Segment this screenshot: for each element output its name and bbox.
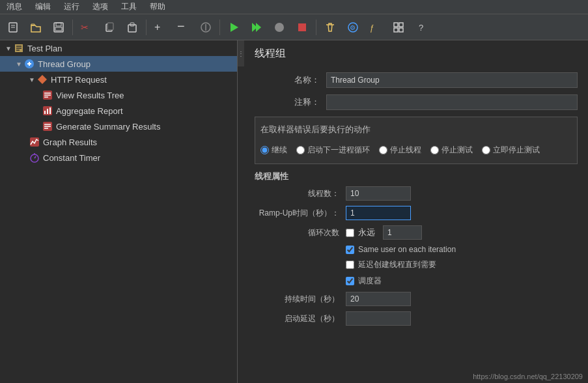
svg-rect-35 <box>47 109 48 114</box>
save-button[interactable] <box>48 17 69 38</box>
aggregatereport-icon <box>42 105 53 117</box>
radio-startloop-label: 启动下一进程循环 <box>307 145 370 156</box>
startdelay-row: 启动延迟（秒） <box>255 311 578 326</box>
open-button[interactable] <box>25 17 46 38</box>
name-input[interactable] <box>326 72 578 88</box>
rampup-input[interactable] <box>346 206 411 220</box>
radio-stopnow[interactable]: 立即停止测试 <box>482 145 540 156</box>
new-button[interactable] <box>3 17 23 38</box>
constanttimer-label: Constant Timer <box>43 153 100 163</box>
collapse-handle[interactable]: ⋮ <box>238 40 244 66</box>
pause-button[interactable] <box>269 17 290 38</box>
menu-bar: 消息 编辑 运行 选项 工具 帮助 <box>0 0 588 14</box>
svg-text:⚙: ⚙ <box>350 24 356 31</box>
svg-rect-8 <box>107 23 113 30</box>
generatesummary-icon <box>42 121 53 132</box>
svg-rect-19 <box>298 23 306 31</box>
threadgroup-label: Thread Group <box>38 59 91 69</box>
svg-text:?: ? <box>419 23 423 33</box>
loops-row: 循环次数 永远 <box>255 225 578 240</box>
menu-item-1[interactable]: 编辑 <box>33 0 53 14</box>
svg-text:✂: ✂ <box>81 22 89 33</box>
collapse-icon: ⋮ <box>238 50 244 57</box>
tree-item-generatesummary[interactable]: Generate Summary Results <box>0 119 237 134</box>
svg-text:+: + <box>154 21 160 33</box>
duration-label: 持续时间（秒） <box>255 294 339 305</box>
svg-rect-24 <box>399 23 403 27</box>
start-no-pause-button[interactable] <box>246 17 267 38</box>
graphresults-label: Graph Results <box>43 137 97 147</box>
arrow-testplan: ▼ <box>5 45 13 52</box>
scheduler-checkbox[interactable] <box>346 277 354 285</box>
tree-item-viewresults[interactable]: View Results Tree <box>0 87 237 103</box>
add-button[interactable]: + <box>150 17 171 38</box>
svg-rect-34 <box>44 111 46 114</box>
tree-item-constanttimer[interactable]: Constant Timer <box>0 150 237 165</box>
svg-rect-26 <box>399 28 403 32</box>
toolbar-sep-2 <box>146 20 147 35</box>
templates-button[interactable] <box>388 17 409 38</box>
left-panel: ▼ Test Plan ▼ Thread Group ▼ HTTP Reques… <box>0 40 238 383</box>
copy-button[interactable] <box>99 17 120 38</box>
radio-continue-label: 继续 <box>272 145 287 156</box>
duration-input[interactable] <box>346 292 411 306</box>
run-button[interactable] <box>223 17 244 38</box>
menu-item-3[interactable]: 选项 <box>90 0 111 14</box>
tree-item-graphresults[interactable]: Graph Results <box>0 134 237 150</box>
svg-marker-17 <box>256 23 261 32</box>
props-title: 线程属性 <box>255 171 578 182</box>
menu-item-2[interactable]: 运行 <box>61 0 82 14</box>
scheduler-row: 调度器 <box>255 276 578 287</box>
viewresults-icon <box>42 89 53 101</box>
radio-stopthread-label: 停止线程 <box>390 145 421 156</box>
loops-label: 循环次数 <box>255 227 339 238</box>
comment-label: 注释： <box>255 96 320 108</box>
tree-item-testplan[interactable]: ▼ Test Plan <box>0 40 237 56</box>
delay-checkbox[interactable] <box>346 261 354 269</box>
sameuser-checkbox[interactable] <box>346 246 354 254</box>
remote-run-button[interactable]: ⚙ <box>343 17 363 38</box>
clear-button[interactable] <box>320 17 341 38</box>
tree-item-aggregatereport[interactable]: Aggregate Report <box>0 103 237 119</box>
svg-rect-5 <box>55 27 62 31</box>
help-button[interactable]: ? <box>411 17 432 38</box>
name-label: 名称： <box>255 74 320 86</box>
radio-stoptest[interactable]: 停止测试 <box>430 145 473 156</box>
radio-stopnow-label: 立即停止测试 <box>493 145 540 156</box>
threads-input[interactable] <box>346 186 411 201</box>
threads-row: 线程数： <box>255 186 578 201</box>
forever-checkbox[interactable] <box>346 229 354 237</box>
delay-row: 延迟创建线程直到需要 <box>255 259 578 270</box>
startdelay-input[interactable] <box>346 311 411 326</box>
tree-item-httprequest[interactable]: ▼ HTTP Request <box>0 72 237 87</box>
menu-item-4[interactable]: 工具 <box>119 0 139 14</box>
radio-startloop[interactable]: 启动下一进程循环 <box>296 145 370 156</box>
cut-button[interactable]: ✂ <box>76 17 97 38</box>
radio-continue[interactable]: 继续 <box>260 145 287 156</box>
paste-button[interactable] <box>122 17 143 38</box>
duration-row: 持续时间（秒） <box>255 292 578 306</box>
testplan-icon <box>13 42 25 54</box>
svg-line-44 <box>35 156 36 158</box>
menu-item-0[interactable]: 消息 <box>4 0 25 14</box>
startdelay-label: 启动延迟（秒） <box>255 313 339 324</box>
toggle-button[interactable] <box>195 17 216 38</box>
remove-button[interactable]: − <box>173 17 193 38</box>
function-button[interactable]: ƒ <box>365 17 386 38</box>
httprequest-label: HTTP Request <box>51 75 107 85</box>
threads-label: 线程数： <box>255 188 339 199</box>
toolbar-sep-1 <box>72 20 73 35</box>
tree-item-threadgroup[interactable]: ▼ Thread Group <box>0 56 237 72</box>
threadgroup-icon <box>23 58 35 70</box>
menu-item-5[interactable]: 帮助 <box>147 0 168 14</box>
comment-input[interactable] <box>326 94 578 110</box>
panel-title: 线程组 <box>255 47 578 64</box>
stop-button[interactable] <box>292 17 313 38</box>
right-panel: 线程组 名称： 注释： 在取样器错误后要执行的动作 继续 启动下一进程循环 <box>244 40 588 383</box>
name-row: 名称： <box>255 72 578 88</box>
loops-input[interactable] <box>383 225 422 240</box>
radio-stopthread[interactable]: 停止线程 <box>379 145 421 156</box>
comment-row: 注释： <box>255 94 578 110</box>
aggregatereport-label: Aggregate Report <box>56 106 123 116</box>
constanttimer-icon <box>29 152 40 163</box>
